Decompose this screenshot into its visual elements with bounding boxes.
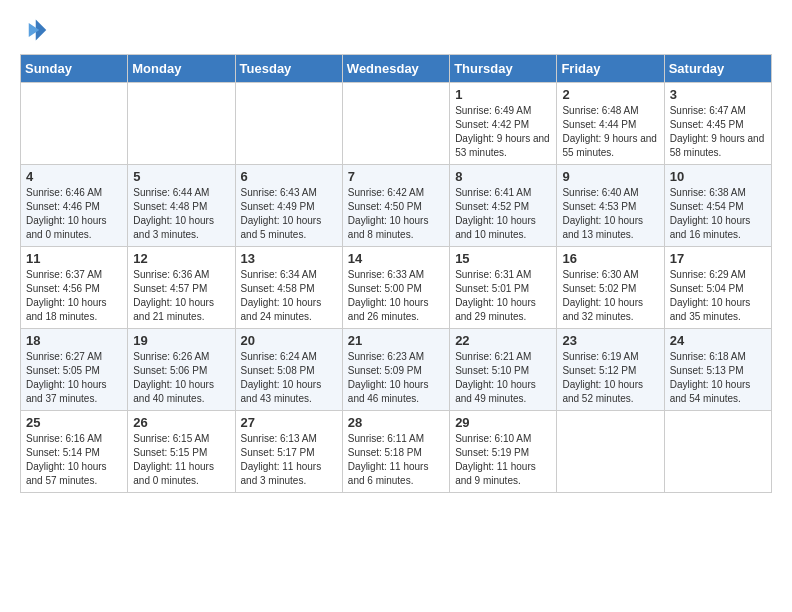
header-tuesday: Tuesday <box>235 55 342 83</box>
day-info: Sunrise: 6:42 AM Sunset: 4:50 PM Dayligh… <box>348 186 444 242</box>
day-info: Sunrise: 6:43 AM Sunset: 4:49 PM Dayligh… <box>241 186 337 242</box>
calendar-cell: 14Sunrise: 6:33 AM Sunset: 5:00 PM Dayli… <box>342 247 449 329</box>
calendar-week-1: 1Sunrise: 6:49 AM Sunset: 4:42 PM Daylig… <box>21 83 772 165</box>
day-number: 18 <box>26 333 122 348</box>
day-number: 1 <box>455 87 551 102</box>
day-info: Sunrise: 6:33 AM Sunset: 5:00 PM Dayligh… <box>348 268 444 324</box>
page: SundayMondayTuesdayWednesdayThursdayFrid… <box>0 0 792 612</box>
day-number: 22 <box>455 333 551 348</box>
calendar-cell <box>342 83 449 165</box>
calendar-cell: 27Sunrise: 6:13 AM Sunset: 5:17 PM Dayli… <box>235 411 342 493</box>
calendar-header-row: SundayMondayTuesdayWednesdayThursdayFrid… <box>21 55 772 83</box>
calendar-week-5: 25Sunrise: 6:16 AM Sunset: 5:14 PM Dayli… <box>21 411 772 493</box>
day-number: 13 <box>241 251 337 266</box>
calendar-cell: 23Sunrise: 6:19 AM Sunset: 5:12 PM Dayli… <box>557 329 664 411</box>
day-info: Sunrise: 6:19 AM Sunset: 5:12 PM Dayligh… <box>562 350 658 406</box>
day-number: 6 <box>241 169 337 184</box>
calendar-week-3: 11Sunrise: 6:37 AM Sunset: 4:56 PM Dayli… <box>21 247 772 329</box>
calendar-week-2: 4Sunrise: 6:46 AM Sunset: 4:46 PM Daylig… <box>21 165 772 247</box>
day-info: Sunrise: 6:31 AM Sunset: 5:01 PM Dayligh… <box>455 268 551 324</box>
calendar-cell: 17Sunrise: 6:29 AM Sunset: 5:04 PM Dayli… <box>664 247 771 329</box>
calendar-cell <box>21 83 128 165</box>
day-number: 2 <box>562 87 658 102</box>
day-info: Sunrise: 6:30 AM Sunset: 5:02 PM Dayligh… <box>562 268 658 324</box>
day-number: 5 <box>133 169 229 184</box>
day-number: 25 <box>26 415 122 430</box>
day-number: 26 <box>133 415 229 430</box>
day-info: Sunrise: 6:21 AM Sunset: 5:10 PM Dayligh… <box>455 350 551 406</box>
calendar-table: SundayMondayTuesdayWednesdayThursdayFrid… <box>20 54 772 493</box>
day-number: 15 <box>455 251 551 266</box>
day-info: Sunrise: 6:16 AM Sunset: 5:14 PM Dayligh… <box>26 432 122 488</box>
calendar-cell: 25Sunrise: 6:16 AM Sunset: 5:14 PM Dayli… <box>21 411 128 493</box>
day-number: 11 <box>26 251 122 266</box>
calendar-cell: 16Sunrise: 6:30 AM Sunset: 5:02 PM Dayli… <box>557 247 664 329</box>
day-info: Sunrise: 6:47 AM Sunset: 4:45 PM Dayligh… <box>670 104 766 160</box>
calendar-cell: 9Sunrise: 6:40 AM Sunset: 4:53 PM Daylig… <box>557 165 664 247</box>
day-info: Sunrise: 6:34 AM Sunset: 4:58 PM Dayligh… <box>241 268 337 324</box>
day-info: Sunrise: 6:46 AM Sunset: 4:46 PM Dayligh… <box>26 186 122 242</box>
calendar-cell: 26Sunrise: 6:15 AM Sunset: 5:15 PM Dayli… <box>128 411 235 493</box>
day-number: 4 <box>26 169 122 184</box>
calendar-cell <box>664 411 771 493</box>
header-sunday: Sunday <box>21 55 128 83</box>
day-number: 8 <box>455 169 551 184</box>
day-info: Sunrise: 6:13 AM Sunset: 5:17 PM Dayligh… <box>241 432 337 488</box>
calendar-cell: 18Sunrise: 6:27 AM Sunset: 5:05 PM Dayli… <box>21 329 128 411</box>
day-info: Sunrise: 6:26 AM Sunset: 5:06 PM Dayligh… <box>133 350 229 406</box>
calendar-cell: 19Sunrise: 6:26 AM Sunset: 5:06 PM Dayli… <box>128 329 235 411</box>
day-info: Sunrise: 6:44 AM Sunset: 4:48 PM Dayligh… <box>133 186 229 242</box>
calendar-cell: 1Sunrise: 6:49 AM Sunset: 4:42 PM Daylig… <box>450 83 557 165</box>
day-number: 20 <box>241 333 337 348</box>
logo-icon <box>20 16 48 44</box>
day-info: Sunrise: 6:18 AM Sunset: 5:13 PM Dayligh… <box>670 350 766 406</box>
header-wednesday: Wednesday <box>342 55 449 83</box>
calendar-cell: 22Sunrise: 6:21 AM Sunset: 5:10 PM Dayli… <box>450 329 557 411</box>
header <box>20 16 772 44</box>
day-number: 23 <box>562 333 658 348</box>
calendar-cell <box>235 83 342 165</box>
calendar-cell <box>128 83 235 165</box>
calendar-cell: 2Sunrise: 6:48 AM Sunset: 4:44 PM Daylig… <box>557 83 664 165</box>
calendar-cell: 21Sunrise: 6:23 AM Sunset: 5:09 PM Dayli… <box>342 329 449 411</box>
day-number: 29 <box>455 415 551 430</box>
day-number: 10 <box>670 169 766 184</box>
calendar-cell: 5Sunrise: 6:44 AM Sunset: 4:48 PM Daylig… <box>128 165 235 247</box>
day-info: Sunrise: 6:27 AM Sunset: 5:05 PM Dayligh… <box>26 350 122 406</box>
calendar-cell: 12Sunrise: 6:36 AM Sunset: 4:57 PM Dayli… <box>128 247 235 329</box>
day-info: Sunrise: 6:38 AM Sunset: 4:54 PM Dayligh… <box>670 186 766 242</box>
calendar-cell: 13Sunrise: 6:34 AM Sunset: 4:58 PM Dayli… <box>235 247 342 329</box>
day-number: 3 <box>670 87 766 102</box>
calendar-cell: 11Sunrise: 6:37 AM Sunset: 4:56 PM Dayli… <box>21 247 128 329</box>
day-info: Sunrise: 6:49 AM Sunset: 4:42 PM Dayligh… <box>455 104 551 160</box>
calendar-cell: 15Sunrise: 6:31 AM Sunset: 5:01 PM Dayli… <box>450 247 557 329</box>
calendar-cell: 29Sunrise: 6:10 AM Sunset: 5:19 PM Dayli… <box>450 411 557 493</box>
day-info: Sunrise: 6:24 AM Sunset: 5:08 PM Dayligh… <box>241 350 337 406</box>
day-number: 17 <box>670 251 766 266</box>
day-info: Sunrise: 6:48 AM Sunset: 4:44 PM Dayligh… <box>562 104 658 160</box>
day-info: Sunrise: 6:10 AM Sunset: 5:19 PM Dayligh… <box>455 432 551 488</box>
calendar-cell: 3Sunrise: 6:47 AM Sunset: 4:45 PM Daylig… <box>664 83 771 165</box>
day-info: Sunrise: 6:41 AM Sunset: 4:52 PM Dayligh… <box>455 186 551 242</box>
day-number: 28 <box>348 415 444 430</box>
day-number: 12 <box>133 251 229 266</box>
day-number: 14 <box>348 251 444 266</box>
header-thursday: Thursday <box>450 55 557 83</box>
day-number: 16 <box>562 251 658 266</box>
day-info: Sunrise: 6:29 AM Sunset: 5:04 PM Dayligh… <box>670 268 766 324</box>
calendar-cell: 6Sunrise: 6:43 AM Sunset: 4:49 PM Daylig… <box>235 165 342 247</box>
calendar-cell: 10Sunrise: 6:38 AM Sunset: 4:54 PM Dayli… <box>664 165 771 247</box>
day-number: 27 <box>241 415 337 430</box>
header-friday: Friday <box>557 55 664 83</box>
calendar-week-4: 18Sunrise: 6:27 AM Sunset: 5:05 PM Dayli… <box>21 329 772 411</box>
day-number: 24 <box>670 333 766 348</box>
header-saturday: Saturday <box>664 55 771 83</box>
day-info: Sunrise: 6:37 AM Sunset: 4:56 PM Dayligh… <box>26 268 122 324</box>
calendar-cell <box>557 411 664 493</box>
day-info: Sunrise: 6:15 AM Sunset: 5:15 PM Dayligh… <box>133 432 229 488</box>
calendar-cell: 7Sunrise: 6:42 AM Sunset: 4:50 PM Daylig… <box>342 165 449 247</box>
day-number: 19 <box>133 333 229 348</box>
day-info: Sunrise: 6:23 AM Sunset: 5:09 PM Dayligh… <box>348 350 444 406</box>
calendar-cell: 4Sunrise: 6:46 AM Sunset: 4:46 PM Daylig… <box>21 165 128 247</box>
calendar-cell: 28Sunrise: 6:11 AM Sunset: 5:18 PM Dayli… <box>342 411 449 493</box>
